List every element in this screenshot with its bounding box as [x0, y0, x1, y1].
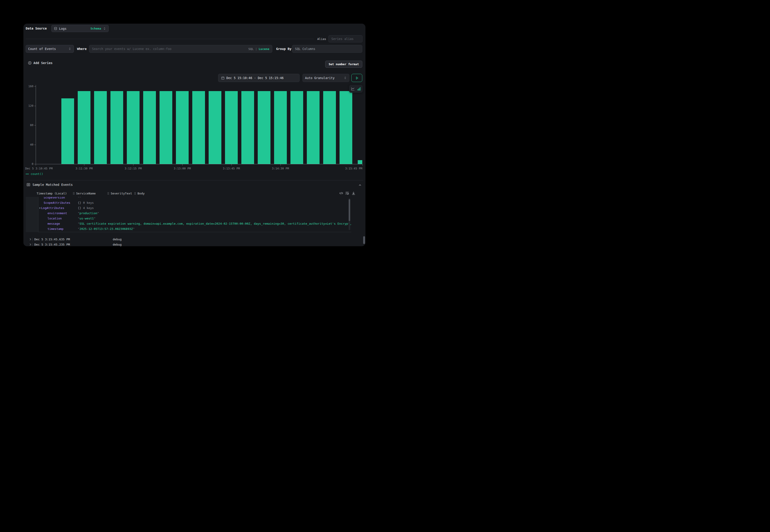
quote-mark: "	[78, 227, 80, 231]
column-label: ServiceName	[76, 192, 96, 195]
timeseries-chart[interactable]: 04080120160Dec 5 3:10:45 PM3:11:30 PM3:1…	[23, 24, 365, 183]
download-icon[interactable]	[351, 191, 355, 195]
column-label: Timestamp (Local)	[37, 192, 67, 195]
chart-bar[interactable]	[94, 91, 107, 164]
json-key: ScopeVersion	[44, 197, 65, 199]
panel-scrollbar-thumb[interactable]	[363, 236, 365, 244]
chart-bar[interactable]	[209, 91, 221, 164]
column-label: SeverityText	[111, 192, 132, 195]
y-axis-tick-label: 0	[24, 162, 33, 166]
chart-bar[interactable]	[358, 160, 362, 164]
x-axis-tick	[280, 164, 281, 166]
json-key-cell: ▼LogAttributes	[38, 206, 78, 210]
event-row[interactable]: Dec 5 3:15:45.235 PMdebug	[23, 242, 365, 246]
event-severity: debug	[113, 243, 122, 246]
json-key: location	[47, 217, 62, 220]
x-axis-tick	[36, 164, 36, 166]
chart-bar[interactable]	[241, 91, 254, 164]
json-field-row[interactable]: message"SSL certificate expiration warni…	[38, 221, 351, 226]
json-string-value: us-west1	[80, 217, 94, 220]
y-axis-tick-label: 120	[24, 104, 33, 107]
wrap-text-icon[interactable]	[345, 191, 349, 195]
json-key-cell: timestamp	[38, 227, 78, 231]
json-scrollbar-thumb[interactable]	[348, 199, 350, 221]
chart-bar[interactable]	[307, 91, 320, 164]
chart-bar[interactable]	[110, 91, 123, 164]
chart-bar[interactable]	[61, 98, 74, 164]
code-view-icon[interactable]	[339, 191, 343, 195]
events-header: Sample Matched Events	[27, 183, 73, 186]
chart-bar[interactable]	[323, 91, 336, 164]
drag-handle-icon[interactable]	[107, 192, 109, 195]
json-string-value: 2025-12-05T13:57:23.082306893Z	[80, 227, 133, 231]
chart-bar[interactable]	[78, 91, 91, 164]
quote-mark: "	[78, 197, 80, 199]
chart-type-toggle	[349, 85, 363, 93]
json-field-row[interactable]: ScopeVersion""	[38, 197, 351, 200]
chart-bar[interactable]	[192, 91, 205, 164]
json-field-row[interactable]: timestamp"2025-12-05T13:57:23.082306893Z…	[38, 226, 351, 231]
quote-mark: "	[80, 197, 81, 199]
chart-bar[interactable]	[225, 91, 238, 164]
x-axis-tick-label: 3:12:15 PM	[124, 167, 142, 170]
json-key-cell: environment	[38, 211, 78, 215]
y-axis-line	[36, 85, 36, 164]
chart-bar[interactable]	[290, 91, 303, 164]
x-axis-tick-label: 3:11:30 PM	[75, 167, 92, 170]
chart-bar[interactable]	[159, 91, 172, 164]
braces-icon: {}	[78, 201, 81, 204]
row-expand-chevron-icon[interactable]	[29, 238, 32, 241]
quote-mark: "	[78, 217, 80, 220]
column-header-servicename[interactable]: ServiceName	[73, 192, 96, 195]
quote-mark: "	[94, 217, 95, 220]
line-chart-icon[interactable]	[351, 87, 355, 91]
x-axis-tick	[362, 164, 363, 166]
collapse-chevron-icon[interactable]	[358, 183, 362, 187]
page: { "colors": { "accent": "#21c795", "bar"…	[0, 0, 385, 266]
chart-bar[interactable]	[127, 91, 140, 164]
y-axis-tick-label: 80	[24, 123, 33, 127]
json-field-row[interactable]: location"us-west1"	[38, 216, 351, 221]
json-key-cell: ScopeAttributes	[38, 201, 78, 204]
row-expand-chevron-icon[interactable]	[29, 243, 32, 246]
json-field-row[interactable]: ▼LogAttributes{} 4 keys	[38, 205, 351, 211]
chart-bar[interactable]	[176, 91, 189, 164]
json-key-cell: location	[38, 217, 78, 220]
json-value: {} 4 keys	[78, 206, 351, 210]
json-value: ""	[78, 197, 351, 199]
event-severity: debug	[113, 238, 122, 241]
drag-handle-icon[interactable]	[134, 192, 136, 195]
chart-bar[interactable]	[274, 91, 287, 164]
chart-bar[interactable]	[339, 91, 352, 164]
x-axis-tick-label: 3:13:00 PM	[174, 167, 191, 170]
quote-mark: "	[78, 222, 80, 225]
query-builder-panel: Data Source Logs Schema Alias Count of E…	[23, 24, 365, 246]
chart-bar[interactable]	[143, 91, 156, 164]
event-row[interactable]: Dec 5 3:15:45.635 PMdebug	[23, 237, 365, 242]
y-axis-tick-label: 160	[24, 85, 33, 88]
column-label: Body	[137, 192, 144, 195]
column-header-timestamp[interactable]: Timestamp (Local)	[37, 192, 67, 195]
drag-handle-icon[interactable]	[73, 192, 75, 195]
column-header-body[interactable]: Body	[134, 192, 144, 195]
json-value: "us-west1"	[78, 217, 351, 220]
list-icon	[27, 183, 30, 186]
legend-series-label: count()	[31, 172, 43, 176]
json-field-row[interactable]: environment"production"	[38, 211, 351, 216]
json-object-summary: 0 keys	[83, 201, 94, 204]
expanded-event-json[interactable]: ScopeVersion""ScopeAttributes{} 0 keys▼L…	[38, 197, 351, 232]
json-key: environment	[47, 211, 67, 215]
json-field-row[interactable]: ScopeAttributes{} 0 keys	[38, 200, 351, 205]
chart-legend[interactable]: count()	[26, 172, 43, 176]
expand-triangle-icon[interactable]: ▼	[39, 207, 41, 209]
x-axis-tick-label: 3:15:45 PM	[345, 167, 362, 170]
json-scrollbar[interactable]	[348, 198, 350, 230]
chart-bar[interactable]	[258, 91, 271, 164]
column-header-severitytext[interactable]: SeverityText	[107, 192, 132, 195]
events-divider	[26, 180, 363, 180]
event-timestamp: Dec 5 3:15:45.235 PM	[34, 243, 70, 246]
x-axis-tick	[133, 164, 133, 166]
bar-chart-icon[interactable]	[357, 87, 361, 91]
json-string-value: SSL certificate expiration warning, doma…	[80, 222, 351, 225]
expanded-row-gutter	[26, 197, 38, 232]
